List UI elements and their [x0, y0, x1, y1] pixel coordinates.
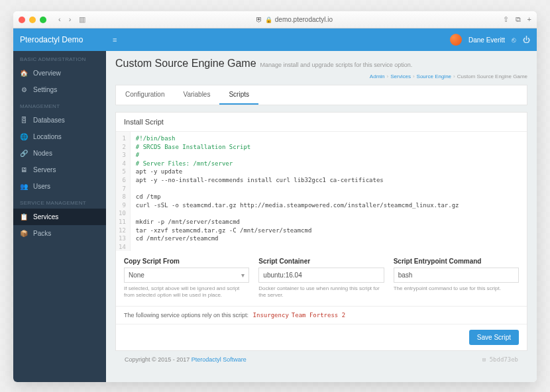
sidebar-item-label: Settings: [33, 86, 57, 93]
footer: Copyright © 2015 - 2017 Pterodactyl Soft…: [115, 351, 527, 368]
power-icon[interactable]: ⏻: [523, 36, 530, 44]
sidebar-item-nodes[interactable]: 🔗Nodes: [13, 145, 106, 162]
browser-chrome: ‹ › ▥ ⛨ 🔒 demo.pterodactyl.io ⇧ ⧉ +: [13, 11, 537, 28]
sidebar-item-label: Locations: [33, 133, 62, 140]
breadcrumb: Admin›Services›Source Engine›Custom Sour…: [370, 74, 527, 79]
maximize-window-icon[interactable]: [40, 17, 46, 23]
sidebar-item-label: Databases: [33, 117, 65, 124]
close-window-icon[interactable]: [19, 17, 25, 23]
copy-select[interactable]: None: [124, 268, 249, 283]
copy-label: Copy Script From: [124, 258, 249, 265]
brand[interactable]: Pterodactyl Demo: [13, 28, 106, 51]
page-subtitle: Manage install and upgrade scripts for t…: [260, 62, 413, 68]
sidebar-item-overview[interactable]: 🏠Overview: [13, 65, 106, 81]
tab-scripts[interactable]: Scripts: [219, 85, 258, 105]
menu-toggle-icon[interactable]: ≡: [113, 36, 117, 44]
sidebar-toggle-icon[interactable]: ▥: [79, 15, 85, 24]
sidebar-section-header: BASIC ADMINISTRATION: [13, 51, 106, 65]
save-button[interactable]: Save Script: [469, 330, 519, 345]
overview-icon: 🏠: [20, 70, 28, 77]
entrypoint-input[interactable]: [394, 268, 519, 283]
back-icon[interactable]: ‹: [58, 15, 61, 24]
sidebar-section-header: SERVICE MANAGEMENT: [13, 195, 106, 209]
entrypoint-label: Script Entrypoint Command: [394, 258, 519, 265]
rely-tag[interactable]: Team Fortress 2: [292, 312, 345, 318]
sidebar: Pterodactyl Demo BASIC ADMINISTRATION🏠Ov…: [13, 28, 106, 382]
lock-icon: 🔒: [265, 17, 272, 23]
footer-link[interactable]: Pterodactyl Software: [192, 356, 247, 363]
page-title: Custom Source Engine Game: [115, 58, 256, 70]
tabs-icon[interactable]: ⧉: [516, 15, 521, 24]
sidebar-item-services[interactable]: 📋Services: [13, 209, 106, 225]
tab-configuration[interactable]: Configuration: [116, 85, 174, 105]
container-input[interactable]: [258, 268, 384, 283]
code-editor[interactable]: 12345678910111213141516171819 #!/bin/bas…: [116, 132, 527, 251]
url-text: demo.pterodactyl.io: [275, 16, 333, 23]
sidebar-item-label: Packs: [33, 230, 51, 237]
crumb-services[interactable]: Services: [390, 74, 411, 79]
crumb-admin[interactable]: Admin: [370, 74, 385, 79]
container-label: Script Container: [258, 258, 384, 265]
panel-install-script: Install Script 1234567891011121314151617…: [115, 112, 527, 351]
sidebar-item-label: Servers: [33, 166, 56, 173]
copy-help: If selected, script above will be ignore…: [124, 285, 249, 299]
topbar: ≡ Dane Everitt ⎋ ⏻: [106, 28, 537, 51]
minimize-window-icon[interactable]: [29, 17, 36, 23]
entrypoint-help: The entrypoint command to use for this s…: [394, 285, 519, 292]
crumb-source-engine[interactable]: Source Engine: [417, 74, 451, 79]
new-tab-icon[interactable]: +: [527, 15, 531, 24]
share-icon[interactable]: ⇧: [503, 15, 509, 24]
servers-icon: 🖥: [20, 166, 28, 173]
sidebar-section-header: MANAGEMENT: [13, 98, 106, 112]
sidebar-item-label: Users: [33, 183, 50, 190]
sidebar-item-packs[interactable]: 📦Packs: [13, 225, 106, 242]
tab-variables[interactable]: Variables: [174, 85, 219, 105]
sidebar-item-locations[interactable]: 🌐Locations: [13, 128, 106, 145]
avatar[interactable]: [450, 34, 462, 46]
panel-title: Install Script: [116, 113, 527, 132]
shield-icon: ⛨: [256, 16, 262, 23]
forward-icon[interactable]: ›: [69, 15, 72, 24]
tabs: ConfigurationVariablesScripts: [115, 85, 527, 105]
container-help: Docker container to use when running thi…: [258, 285, 384, 299]
browser-window: ‹ › ▥ ⛨ 🔒 demo.pterodactyl.io ⇧ ⧉ + Pter…: [13, 11, 537, 382]
sidebar-item-users[interactable]: 👥Users: [13, 178, 106, 195]
exit-icon[interactable]: ⎋: [512, 36, 516, 44]
nodes-icon: 🔗: [20, 150, 28, 157]
sidebar-item-label: Overview: [33, 70, 61, 77]
sidebar-item-label: Services: [33, 213, 58, 220]
sidebar-item-servers[interactable]: 🖥Servers: [13, 162, 106, 178]
services-icon: 📋: [20, 213, 28, 220]
crumb-custom-source-engine-game: Custom Source Engine Game: [457, 74, 527, 79]
sidebar-item-settings[interactable]: ⚙Settings: [13, 81, 106, 98]
users-icon: 👥: [20, 183, 28, 190]
user-name[interactable]: Dane Everitt: [468, 36, 505, 44]
settings-icon: ⚙: [20, 86, 28, 93]
rely-tag[interactable]: Insurgency: [253, 312, 289, 318]
url-bar[interactable]: ⛨ 🔒 demo.pterodactyl.io: [89, 16, 498, 23]
rely-row: The following service options rely on th…: [116, 306, 527, 324]
sidebar-item-databases[interactable]: 🗄Databases: [13, 112, 106, 128]
version-badge: ⊞ 5bdd73eb: [482, 356, 518, 363]
sidebar-item-label: Nodes: [33, 150, 52, 157]
locations-icon: 🌐: [20, 133, 28, 140]
databases-icon: 🗄: [20, 117, 28, 124]
packs-icon: 📦: [20, 230, 28, 237]
